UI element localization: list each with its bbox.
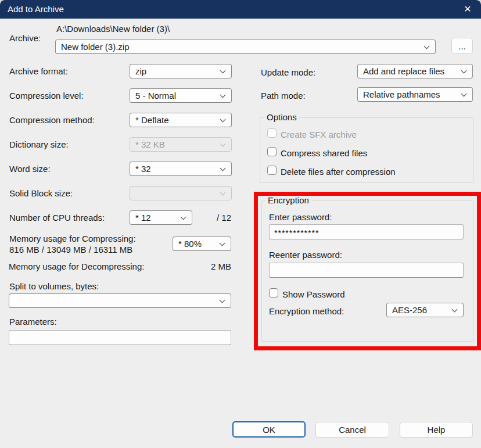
- memory-decompressing-value: 2 MB: [208, 261, 231, 271]
- title-bar: Add to Archive ×: [0, 0, 481, 19]
- compression-level-label: Compression level:: [9, 91, 84, 101]
- chevron-down-icon: [181, 214, 186, 220]
- parameters-input[interactable]: [9, 330, 231, 345]
- chevron-down-icon: [220, 92, 226, 98]
- chevron-down-icon: [220, 166, 226, 171]
- chevron-down-icon: [220, 190, 226, 196]
- dictionary-size-select: * 32 KB: [130, 137, 232, 152]
- reenter-password-input[interactable]: [269, 263, 464, 278]
- path-mode-label: Path mode:: [261, 91, 306, 101]
- show-password-label: Show Password: [282, 289, 345, 299]
- chevron-down-icon: [220, 68, 226, 74]
- enter-password-masked-value: ************: [274, 228, 319, 238]
- compression-level-value: 5 - Normal: [135, 91, 176, 101]
- browse-button[interactable]: ...: [451, 38, 473, 54]
- ok-button[interactable]: OK: [232, 421, 306, 438]
- encryption-method-label: Encryption method:: [269, 306, 344, 316]
- chevron-down-icon: [220, 241, 225, 246]
- memory-usage-select[interactable]: * 80%: [173, 236, 231, 251]
- show-password-checkbox[interactable]: [269, 288, 278, 298]
- cpu-threads-label: Number of CPU threads:: [9, 213, 105, 223]
- create-sfx-checkbox: [267, 128, 277, 138]
- update-mode-label: Update mode:: [261, 67, 315, 77]
- compression-method-select[interactable]: * Deflate: [130, 113, 232, 127]
- update-mode-select[interactable]: Add and replace files: [357, 64, 473, 78]
- add-to-archive-dialog: Add to Archive × Archive: A:\Downloads\N…: [0, 0, 481, 448]
- memory-compressing-detail: 816 MB / 13049 MB / 16311 MB: [9, 245, 132, 255]
- encryption-method-select[interactable]: AES-256: [386, 303, 464, 317]
- chevron-down-icon: [461, 91, 467, 97]
- cancel-button[interactable]: Cancel: [315, 422, 389, 438]
- archive-name-value: New folder (3).zip: [61, 42, 130, 52]
- close-icon: ×: [464, 2, 471, 15]
- compress-shared-label: Compress shared files: [281, 148, 367, 158]
- archive-format-value: zip: [135, 66, 146, 76]
- solid-block-size-label: Solid Block size:: [9, 188, 73, 198]
- compress-shared-checkbox[interactable]: [267, 147, 277, 156]
- dictionary-size-label: Dictionary size:: [9, 139, 69, 149]
- memory-compressing-label: Memory usage for Compressing:: [9, 234, 136, 243]
- enter-password-label: Enter password:: [269, 212, 332, 222]
- chevron-down-icon: [220, 141, 226, 147]
- compression-method-label: Compression method:: [9, 115, 95, 125]
- solid-block-size-select: [130, 186, 232, 200]
- chevron-down-icon: [461, 68, 467, 74]
- chevron-down-icon: [220, 117, 226, 123]
- create-sfx-label: Create SFX archive: [281, 130, 357, 139]
- cpu-threads-select[interactable]: * 12: [130, 210, 192, 225]
- help-button-label: Help: [428, 425, 446, 435]
- archive-format-select[interactable]: zip: [130, 64, 232, 78]
- update-mode-value: Add and replace files: [363, 66, 444, 76]
- chevron-down-icon: [452, 307, 458, 313]
- cpu-threads-max: / 12: [217, 213, 231, 223]
- split-volumes-combobox[interactable]: [9, 293, 231, 308]
- close-button[interactable]: ×: [454, 0, 481, 19]
- cpu-threads-value: * 12: [135, 213, 151, 223]
- word-size-value: * 32: [135, 164, 151, 174]
- archive-directory-path: A:\Downloads\New folder (3)\: [56, 24, 170, 34]
- compression-level-select[interactable]: 5 - Normal: [130, 88, 232, 103]
- delete-after-checkbox[interactable]: [267, 166, 277, 175]
- compression-method-value: * Deflate: [135, 115, 169, 125]
- word-size-select[interactable]: * 32: [130, 162, 232, 176]
- chevron-down-icon: [424, 44, 430, 49]
- enter-password-input[interactable]: ************: [269, 224, 464, 239]
- archive-label: Archive:: [9, 33, 41, 43]
- chevron-down-icon: [220, 298, 225, 303]
- split-volumes-label: Split to volumes, bytes:: [9, 281, 99, 291]
- path-mode-value: Relative pathnames: [363, 89, 440, 99]
- archive-format-label: Archive format:: [9, 66, 68, 76]
- browse-button-label: ...: [458, 41, 466, 51]
- ok-button-label: OK: [263, 425, 275, 435]
- encryption-method-value: AES-256: [392, 305, 427, 315]
- archive-name-combobox[interactable]: New folder (3).zip: [55, 40, 436, 54]
- window-title: Add to Archive: [8, 0, 64, 19]
- word-size-label: Word size:: [9, 164, 51, 174]
- path-mode-select[interactable]: Relative pathnames: [357, 87, 473, 102]
- options-group-title: Options: [264, 113, 299, 122]
- cancel-button-label: Cancel: [339, 425, 366, 435]
- encryption-group-title: Encryption: [265, 196, 311, 205]
- help-button[interactable]: Help: [400, 422, 473, 438]
- dictionary-size-value: * 32 KB: [135, 139, 165, 149]
- reenter-password-label: Reenter password:: [269, 250, 342, 260]
- memory-usage-value: * 80%: [178, 239, 202, 249]
- delete-after-label: Delete files after compression: [281, 167, 396, 177]
- parameters-label: Parameters:: [9, 317, 57, 327]
- memory-decompressing-label: Memory usage for Decompressing:: [9, 261, 144, 271]
